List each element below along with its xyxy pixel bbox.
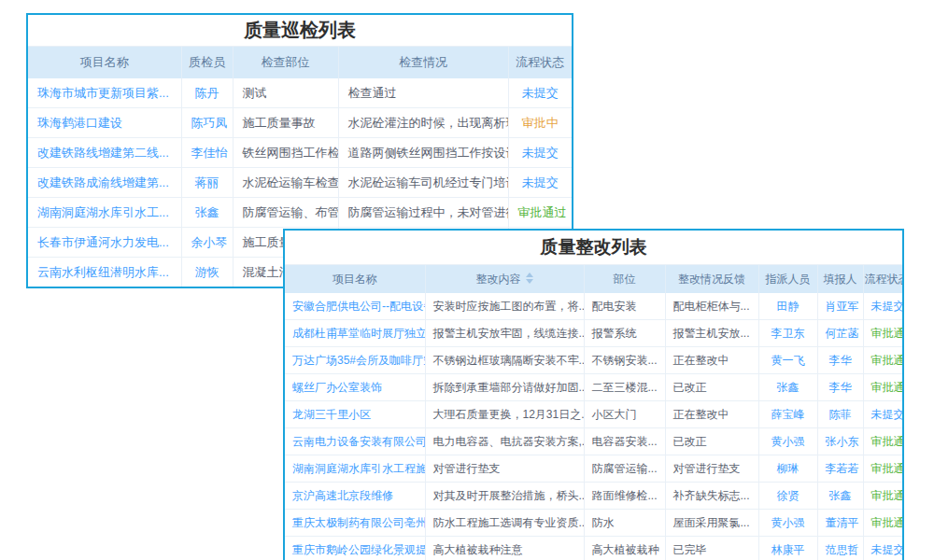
cell-assignee[interactable]: 黄小强 (758, 428, 817, 455)
cell-project-name[interactable]: 螺丝厂办公室装饰 (285, 374, 425, 401)
column-header-label: 项目名称 (333, 273, 377, 286)
cell-reporter[interactable]: 李华 (817, 347, 863, 374)
column-header-feedback: 整改情况反馈 (665, 265, 758, 293)
cell-reporter[interactable]: 董清平 (817, 510, 863, 537)
column-header-label: 整改内容 (476, 273, 521, 286)
column-header-label: 流程状态 (516, 55, 564, 69)
cell-part: 高大植被栽种 (584, 537, 665, 560)
cell-inspector[interactable]: 蒋丽 (181, 168, 233, 198)
cell-assignee[interactable]: 黄小强 (758, 510, 817, 537)
cell-status: 审批通过 (863, 455, 902, 483)
cell-reporter[interactable]: 张鑫 (817, 483, 863, 510)
column-header-reporter: 填报人 (817, 265, 863, 293)
cell-project-name[interactable]: 重庆太极制药有限公司亳州中... (285, 510, 425, 537)
cell-status: 审批通过 (863, 320, 902, 347)
column-header-project-name: 项目名称 (285, 265, 425, 293)
cell-content: 拆除到承重墙部分请做好加固... (425, 374, 584, 401)
cell-project-name[interactable]: 万达广场35#会所及咖啡厅空... (285, 347, 425, 374)
cell-content: 防水工程施工选调有专业资质... (425, 510, 584, 537)
cell-assignee[interactable]: 林康平 (758, 537, 817, 560)
cell-assignee[interactable]: 田静 (758, 293, 817, 320)
cell-content: 不锈钢边框玻璃隔断安装不牢... (425, 347, 584, 374)
cell-reporter[interactable]: 李若若 (817, 455, 863, 483)
cell-assignee[interactable]: 徐贤 (758, 483, 817, 510)
cell-reporter[interactable]: 陈菲 (817, 401, 863, 428)
cell-status: 未提交 (863, 293, 902, 320)
cell-status: 未提交 (508, 78, 572, 108)
rectification-table: 项目名称整改内容部位整改情况反馈指派人员填报人流程状态 安徽合肥供电公司--配电… (285, 265, 902, 560)
cell-assignee[interactable]: 柳琳 (758, 455, 817, 483)
cell-project-name[interactable]: 安徽合肥供电公司--配电设备... (285, 293, 425, 320)
cell-project-name[interactable]: 云南电力设备安装有限公司20... (285, 428, 425, 455)
cell-feedback: 补齐缺失标志... (665, 483, 758, 510)
cell-reporter[interactable]: 李华 (817, 374, 863, 401)
column-header-situation: 检查情况 (338, 47, 508, 78)
cell-reporter[interactable]: 肖亚军 (817, 293, 863, 320)
cell-project-name[interactable]: 改建铁路成渝线增建第... (28, 168, 181, 198)
cell-part: 施工质量事故 (233, 108, 338, 138)
cell-inspector[interactable]: 张鑫 (181, 198, 233, 228)
cell-status: 审批通过 (508, 198, 572, 228)
column-header-project-name: 项目名称 (28, 47, 181, 78)
cell-status: 审批通过 (863, 428, 902, 455)
cell-feedback: 配电柜柜体与... (665, 293, 758, 320)
inspection-table-title: 质量巡检列表 (28, 15, 572, 47)
cell-feedback: 屋面采用聚氯... (665, 510, 758, 537)
cell-assignee[interactable]: 李卫东 (758, 320, 817, 347)
column-header-label: 流程状态 (865, 273, 903, 286)
table-row: 湖南洞庭湖水库引水工程施工标对管进行垫支防腐管运输...对管进行垫支柳琳李若若审… (285, 455, 902, 483)
cell-content: 安装时应按施工图的布置，将... (425, 293, 584, 320)
column-header-content[interactable]: 整改内容 (425, 265, 584, 293)
cell-assignee[interactable]: 薛宝峰 (758, 401, 817, 428)
cell-feedback: 正在整改中 (665, 347, 758, 374)
cell-reporter[interactable]: 张小东 (817, 428, 863, 455)
cell-status: 审批通过 (863, 510, 902, 537)
cell-assignee[interactable]: 张鑫 (758, 374, 817, 401)
cell-part: 防腐管运输、布管 (233, 198, 338, 228)
table-row: 改建铁路成渝线增建第...蒋丽水泥砼运输车检查水泥砼运输车司机经过专门培训...… (28, 168, 572, 198)
table-row: 成都杜甫草堂临时展厅独立展...报警主机安放牢固，线缆连接...报警系统报警主机… (285, 320, 902, 347)
cell-status: 未提交 (508, 138, 572, 168)
rectification-header-row: 项目名称整改内容部位整改情况反馈指派人员填报人流程状态 (285, 265, 902, 293)
cell-reporter[interactable]: 范思哲 (817, 537, 863, 560)
column-header-label: 指派人员 (766, 273, 811, 286)
cell-feedback: 对管进行垫支 (665, 455, 758, 483)
cell-project-name[interactable]: 龙湖三千里小区 (285, 401, 425, 428)
cell-assignee[interactable]: 黄一飞 (758, 347, 817, 374)
cell-project-name[interactable]: 湖南洞庭湖水库引水工程施工标 (285, 455, 425, 483)
cell-part: 报警系统 (584, 320, 665, 347)
cell-inspector[interactable]: 游恢 (181, 258, 233, 287)
cell-inspector[interactable]: 李佳怡 (181, 138, 233, 168)
cell-situation: 水泥砼灌注的时候，出现离析现象 (338, 108, 508, 138)
cell-inspector[interactable]: 陈丹 (181, 78, 233, 108)
cell-project-name[interactable]: 长春市伊通河水力发电... (28, 228, 181, 258)
cell-project-name[interactable]: 珠海市城市更新项目紫... (28, 78, 181, 108)
cell-content: 大理石质量更换，12月31日之... (425, 401, 584, 428)
table-row: 安徽合肥供电公司--配电设备...安装时应按施工图的布置，将...配电安装配电柜… (285, 293, 902, 320)
cell-inspector[interactable]: 陈巧凤 (181, 108, 233, 138)
table-row: 改建铁路线增建第二线...李佳怡铁丝网围挡工作检查道路两侧铁丝网围挡工作按设计.… (28, 138, 572, 168)
cell-project-name[interactable]: 改建铁路线增建第二线... (28, 138, 181, 168)
column-header-label: 整改情况反馈 (678, 273, 745, 286)
sort-caret-icon[interactable] (526, 273, 533, 284)
column-header-part: 检查部位 (233, 47, 338, 78)
cell-situation: 道路两侧铁丝网围挡工作按设计... (338, 138, 508, 168)
table-row: 珠海鹤港口建设陈巧凤施工质量事故水泥砼灌注的时候，出现离析现象审批中 (28, 108, 572, 138)
cell-project-name[interactable]: 云南水利枢纽潜明水库... (28, 258, 181, 287)
cell-project-name[interactable]: 珠海鹤港口建设 (28, 108, 181, 138)
cell-reporter[interactable]: 何芷菡 (817, 320, 863, 347)
cell-inspector[interactable]: 余小琴 (181, 228, 233, 258)
column-header-label: 项目名称 (80, 55, 129, 69)
column-header-label: 检查情况 (399, 55, 447, 69)
cell-project-name[interactable]: 湖南洞庭湖水库引水工... (28, 198, 181, 228)
cell-part: 铁丝网围挡工作检查 (233, 138, 338, 168)
cell-project-name[interactable]: 重庆市鹅岭公园绿化景观提升... (285, 537, 425, 560)
cell-part: 配电安装 (584, 293, 665, 320)
quality-rectification-panel: 质量整改列表 项目名称整改内容部位整改情况反馈指派人员填报人流程状态 安徽合肥供… (283, 229, 904, 560)
table-row: 珠海市城市更新项目紫...陈丹测试检查通过未提交 (28, 78, 572, 108)
cell-project-name[interactable]: 京沪高速北京段维修 (285, 483, 425, 510)
cell-status: 审批通过 (863, 347, 902, 374)
cell-project-name[interactable]: 成都杜甫草堂临时展厅独立展... (285, 320, 425, 347)
cell-part: 小区大门 (584, 401, 665, 428)
table-row: 湖南洞庭湖水库引水工...张鑫防腐管运输、布管防腐管运输过程中，未对管进行...… (28, 198, 572, 228)
